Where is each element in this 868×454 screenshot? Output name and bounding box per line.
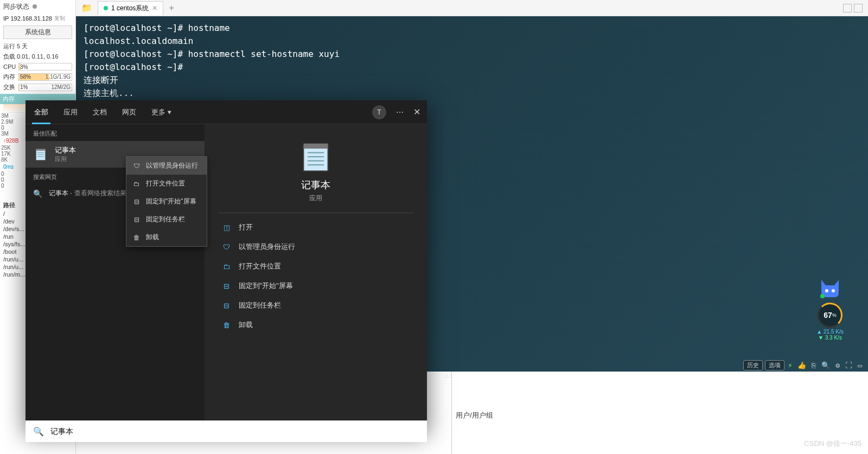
watermark: CSDN @徐一-435 xyxy=(804,439,861,449)
search-icon: 🔍 xyxy=(33,426,44,437)
copy-link[interactable]: 复制 xyxy=(54,15,65,22)
best-match-label: 最佳匹配 xyxy=(25,124,205,141)
result-title: 记事本 xyxy=(55,145,197,155)
svg-rect-4 xyxy=(36,149,46,151)
open-icon: ◫ xyxy=(222,223,231,232)
options-button[interactable]: 选项 xyxy=(765,360,784,370)
cpu-bar: 3% xyxy=(18,63,72,71)
ctx-run-admin[interactable]: 🛡以管理员身份运行 xyxy=(126,157,207,175)
notepad-large-icon xyxy=(299,140,332,173)
latency: 0ms xyxy=(3,164,14,170)
search-input[interactable] xyxy=(50,427,419,436)
cpu-ring: 67% xyxy=(818,303,843,328)
thumb-icon[interactable]: 👍 xyxy=(796,361,808,369)
search-tab-all[interactable]: 全部 xyxy=(32,101,50,124)
windows-search-bar[interactable]: 🔍 xyxy=(25,420,427,442)
expand-icon[interactable]: ⛶ xyxy=(844,361,854,369)
ctx-pin-taskbar[interactable]: ⊟固定到任务栏 xyxy=(126,210,207,228)
net-download: ▼ 3.3 K/s xyxy=(814,335,846,341)
layout-single-icon[interactable] xyxy=(854,4,863,12)
uptime: 运行 5 天 xyxy=(0,41,75,52)
tab-label: 1 centos系统 xyxy=(111,4,149,13)
pin-icon: ⊟ xyxy=(133,198,141,206)
tab-add-button[interactable]: + xyxy=(163,3,179,13)
taskbar-icon: ⊟ xyxy=(222,301,231,310)
search-tab-web[interactable]: 网页 xyxy=(120,101,138,124)
copy-icon[interactable]: ⎘ xyxy=(810,361,818,369)
tab-close-icon[interactable]: ✕ xyxy=(152,4,157,12)
term-line: [root@localhost ~]# xyxy=(84,61,860,74)
folder-icon[interactable]: 📁 xyxy=(76,3,98,13)
cpu-label: CPU xyxy=(3,63,18,70)
context-menu: 🛡以管理员身份运行 🗀打开文件位置 ⊟固定到"开始"屏幕 ⊟固定到任务栏 🗑卸载 xyxy=(126,156,207,247)
load: 负载 0.01, 0.11, 0.16 xyxy=(0,52,75,62)
svg-point-0 xyxy=(825,289,828,292)
pin-icon: ⊟ xyxy=(222,282,231,290)
term-line: [root@localhost ~]# hostnamectl set-host… xyxy=(84,48,860,61)
action-pin-start[interactable]: ⊟固定到"开始"屏幕 xyxy=(218,276,414,296)
gear-icon[interactable]: ⚙ xyxy=(834,361,841,369)
ip-label: IP xyxy=(3,15,9,22)
users-label: 用户/用户组 xyxy=(456,411,493,420)
close-icon[interactable]: ✕ xyxy=(413,107,420,117)
folder-icon: 🗀 xyxy=(222,262,231,271)
status-dot-icon xyxy=(104,6,108,10)
shield-icon: 🛡 xyxy=(222,242,231,251)
system-info-button[interactable]: 系统信息 xyxy=(3,25,72,39)
user-avatar[interactable]: T xyxy=(372,105,386,119)
notepad-icon xyxy=(33,147,48,162)
folder-icon: 🗀 xyxy=(133,180,141,188)
ctx-uninstall[interactable]: 🗑卸载 xyxy=(126,228,207,246)
minimize-icon[interactable]: ▭ xyxy=(856,361,864,369)
net-up: ↑928B xyxy=(3,138,18,144)
ctx-pin-start[interactable]: ⊟固定到"开始"屏幕 xyxy=(126,193,207,210)
term-line: localhost.localdomain xyxy=(84,35,860,48)
mem-label: 内存 xyxy=(3,73,18,81)
taskbar-icon: ⊟ xyxy=(133,216,141,223)
detail-title: 记事本 xyxy=(301,178,330,191)
more-icon[interactable]: ⋯ xyxy=(396,108,404,117)
term-line: 连接主机... xyxy=(84,87,860,100)
sync-status: 同步状态 xyxy=(0,0,75,14)
layout-grid-icon[interactable] xyxy=(843,4,852,12)
trash-icon: 🗑 xyxy=(133,234,141,241)
ctx-open-location[interactable]: 🗀打开文件位置 xyxy=(126,175,207,193)
perf-widget[interactable]: 67% ▲ 21.5 K/s ▼ 3.3 K/s xyxy=(814,278,846,341)
term-line: [root@localhost ~]# hostname xyxy=(84,22,860,35)
shield-icon: 🛡 xyxy=(133,162,141,170)
detail-sub: 应用 xyxy=(309,194,322,203)
search-tabs: 全部 应用 文档 网页 更多 ▾ T ⋯ ✕ xyxy=(25,100,427,124)
svg-rect-8 xyxy=(304,145,328,171)
search-tab-docs[interactable]: 文档 xyxy=(91,101,109,124)
tab-bar: 📁 1 centos系统 ✕ + xyxy=(76,0,868,16)
trash-icon: 🗑 xyxy=(222,321,231,329)
svg-rect-3 xyxy=(36,150,46,160)
search-icon[interactable]: 🔍 xyxy=(820,361,832,369)
term-line: 连接断开 xyxy=(84,74,860,87)
mascot-icon xyxy=(818,278,842,299)
action-open-location[interactable]: 🗀打开文件位置 xyxy=(218,257,414,276)
bolt-icon[interactable]: ⚡ xyxy=(787,361,794,369)
windows-search-popup: 全部 应用 文档 网页 更多 ▾ T ⋯ ✕ 最佳匹配 记事本 应用 搜索网页 xyxy=(25,100,427,431)
swap-bar: 1%12M/2G xyxy=(18,84,72,91)
search-icon: 🔍 xyxy=(33,189,42,198)
search-detail-panel: 记事本 应用 ◫打开 🛡以管理员身份运行 🗀打开文件位置 ⊟固定到"开始"屏幕 … xyxy=(205,124,427,431)
action-run-admin[interactable]: 🛡以管理员身份运行 xyxy=(218,237,414,257)
action-pin-taskbar[interactable]: ⊟固定到任务栏 xyxy=(218,296,414,315)
ip-value: 192.168.31.128 xyxy=(10,15,52,22)
search-tab-apps[interactable]: 应用 xyxy=(61,101,80,124)
svg-point-1 xyxy=(832,289,835,292)
swap-label: 交换 xyxy=(3,83,18,91)
net-upload: ▲ 21.5 K/s xyxy=(814,329,846,335)
mem-bar: 58%1.1G/1.9G xyxy=(18,73,72,81)
history-button[interactable]: 历史 xyxy=(743,360,763,370)
svg-point-2 xyxy=(820,294,825,298)
chevron-down-icon: ▾ xyxy=(168,108,171,116)
svg-rect-9 xyxy=(304,144,328,149)
search-tab-more[interactable]: 更多 ▾ xyxy=(149,101,174,124)
action-uninstall[interactable]: 🗑卸载 xyxy=(218,315,414,335)
tab-centos[interactable]: 1 centos系统 ✕ xyxy=(98,1,163,15)
action-open[interactable]: ◫打开 xyxy=(218,218,414,237)
